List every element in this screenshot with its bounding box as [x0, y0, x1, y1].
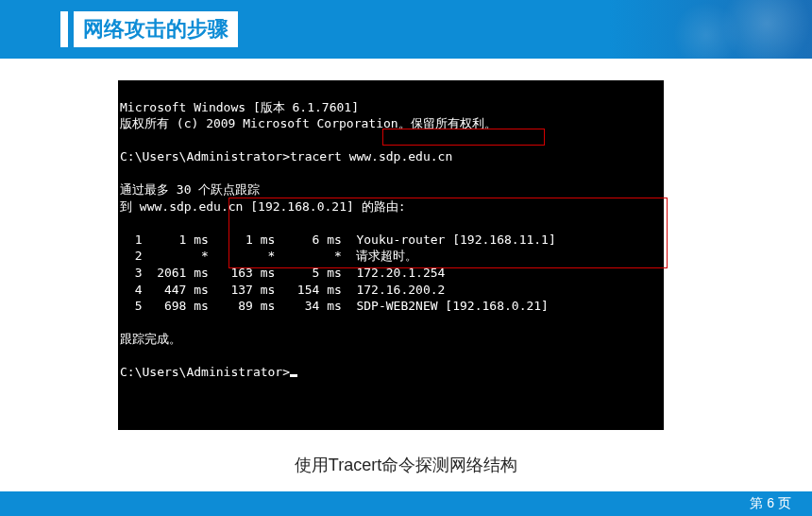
highlight-box-hops: [228, 198, 668, 268]
terminal-screenshot: Microsoft Windows [版本 6.1.7601] 版权所有 (c)…: [118, 80, 664, 430]
term-prompt-2: C:\Users\Administrator>: [120, 365, 290, 379]
slide-caption: 使用Tracert命令探测网络结构: [0, 454, 812, 476]
term-command: tracert www.sdp.edu.cn: [290, 149, 452, 163]
slide-footer: 第 6 页: [0, 491, 812, 516]
slide-header: 网络攻击的步骤: [0, 0, 812, 59]
header-decor: [661, 0, 812, 59]
title-block: 网络攻击的步骤: [68, 11, 238, 47]
term-prompt: C:\Users\Administrator>: [120, 149, 290, 163]
cursor-icon: [290, 374, 297, 377]
highlight-box-command: [382, 129, 545, 146]
term-trace-msg1: 通过最多 30 个跃点跟踪: [120, 182, 260, 197]
term-trace-done: 跟踪完成。: [120, 332, 181, 346]
slide-title: 网络攻击的步骤: [83, 17, 228, 41]
term-line-version: Microsoft Windows [版本 6.1.7601]: [120, 100, 359, 114]
page-number: 第 6 页: [750, 495, 791, 512]
